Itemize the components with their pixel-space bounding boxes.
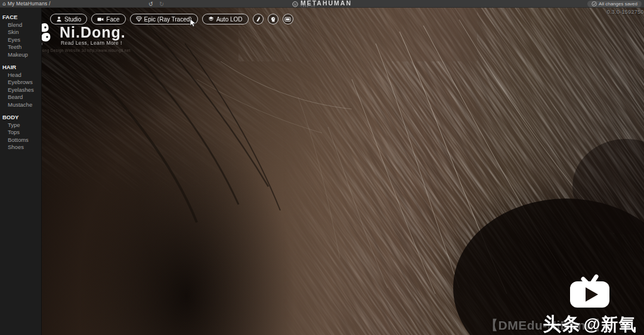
- sidebar-item-skin[interactable]: Skin: [0, 29, 41, 36]
- channel-handle: @新氧: [584, 315, 637, 334]
- save-status-label: All changes saved: [599, 1, 637, 7]
- gem-icon: [136, 16, 142, 22]
- head-profile-icon: [270, 16, 276, 22]
- auto-lod-button[interactable]: Auto LOD: [202, 14, 249, 24]
- sidebar-item-blend[interactable]: Blend: [0, 21, 41, 29]
- sidebar-item-eyes[interactable]: Eyes: [0, 36, 41, 44]
- sidebar-item-head[interactable]: Head: [0, 72, 41, 79]
- sidebar-item-shoes[interactable]: Shoes: [0, 144, 41, 151]
- metahuman-logo-icon: [292, 1, 298, 7]
- top-bar: ⌂ My MetaHumans / ↺ ↻ METAHUMAN CREATOR …: [0, 0, 644, 8]
- sidebar-item-teeth[interactable]: Teeth: [0, 44, 41, 51]
- breadcrumb[interactable]: My MetaHumans /: [8, 1, 51, 7]
- check-circle-icon: [592, 1, 597, 7]
- watermark-brand: Ni.Dong.: [60, 24, 126, 41]
- undo-button[interactable]: ↺: [148, 0, 153, 8]
- home-icon[interactable]: ⌂: [2, 0, 6, 8]
- sidebar-item-type[interactable]: Type: [0, 122, 41, 129]
- section-title-face: FACE: [0, 14, 41, 21]
- screen-view-button[interactable]: [283, 14, 293, 24]
- preview-animation-button[interactable]: [268, 14, 278, 24]
- studio-lighting-button[interactable]: Studio: [50, 14, 87, 24]
- redo-button[interactable]: ↻: [159, 0, 164, 8]
- quality-label: Epic (Ray Traced): [144, 16, 192, 23]
- studio-label: Studio: [64, 16, 81, 23]
- channel-watermark: 头条 @新氧: [539, 271, 640, 335]
- viewport-toolbar: Studio Face Epic (Ray Traced) Auto LOD: [50, 14, 293, 24]
- sidebar-item-beard[interactable]: Beard: [0, 94, 41, 101]
- channel-name: 头条: [543, 314, 581, 334]
- sidebar-item-mustache[interactable]: Mustache: [0, 101, 41, 109]
- watermark-tagline: Read Less, Learn More !: [61, 40, 122, 46]
- build-version: 0.3.0-15927503: [607, 9, 644, 15]
- section-title-body: BODY: [0, 114, 41, 122]
- section-title-hair: HAIR: [0, 64, 41, 72]
- brush-icon: [255, 16, 261, 22]
- sidebar: FACE Blend Skin Eyes Teeth Makeup HAIR H…: [0, 8, 42, 335]
- metahuman-logo: METAHUMAN CREATOR: [0, 0, 644, 8]
- face-camera-button[interactable]: Face: [91, 14, 125, 24]
- watermark-site: Ni.Dong Design Website 3d http://www.nid…: [34, 48, 131, 52]
- lod-layers-icon: [208, 16, 214, 22]
- monitor-icon: [284, 17, 291, 22]
- sculpt-tool-button[interactable]: [253, 14, 264, 24]
- sidebar-item-bottoms[interactable]: Bottoms: [0, 137, 41, 144]
- sidebar-section-body: BODY Type Tops Bottoms Shoes: [0, 114, 41, 151]
- person-bust-icon: [56, 16, 62, 22]
- face-label: Face: [106, 16, 119, 23]
- quality-button[interactable]: Epic (Ray Traced): [130, 14, 198, 24]
- metahuman-creator-window: ⌂ My MetaHumans / ↺ ↻ METAHUMAN CREATOR …: [0, 0, 644, 335]
- sidebar-item-tops[interactable]: Tops: [0, 129, 41, 137]
- auto-lod-label: Auto LOD: [216, 16, 243, 23]
- logo-subtext: CREATOR: [301, 5, 315, 8]
- sidebar-item-eyelashes[interactable]: Eyelashes: [0, 86, 41, 94]
- sidebar-item-eyebrows[interactable]: Eyebrows: [0, 79, 41, 86]
- save-status-badge: All changes saved: [587, 1, 642, 7]
- logo-wordmark: METAHUMAN: [301, 0, 352, 6]
- tv-play-icon: [566, 271, 614, 308]
- sidebar-section-hair: HAIR Head Eyebrows Eyelashes Beard Musta…: [0, 64, 41, 108]
- video-camera-icon: [97, 17, 104, 22]
- sidebar-section-face: FACE Blend Skin Eyes Teeth Makeup: [0, 14, 41, 58]
- sidebar-item-makeup[interactable]: Makeup: [0, 51, 41, 59]
